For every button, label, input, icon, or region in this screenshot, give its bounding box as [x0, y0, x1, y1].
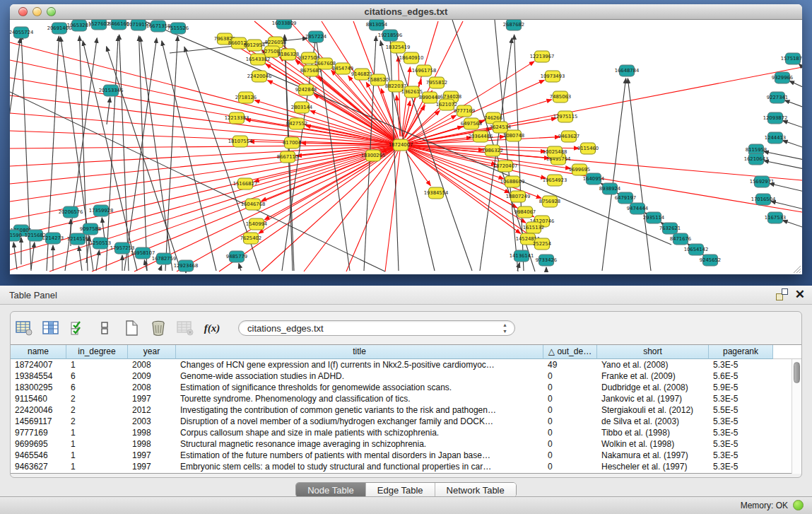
delete-table-icon[interactable] [176, 319, 194, 337]
network-node-label: 22420046 [247, 74, 272, 79]
network-edge [782, 221, 802, 228]
network-window: citations_edges.txt 18724007796382286601… [10, 4, 802, 274]
cell-year: 2009 [128, 370, 176, 382]
network-node-label: 12213967 [530, 54, 555, 59]
network-node-label: 12213383 [225, 115, 249, 121]
network-node-label: 9474444 [627, 206, 648, 211]
cell-name: 18724007 [11, 359, 66, 370]
delete-trash-icon[interactable] [149, 319, 167, 337]
cell-name: 9465546 [11, 450, 66, 461]
tab-network-table[interactable]: Network Table [435, 483, 516, 497]
window-title: citations_edges.txt [10, 6, 802, 17]
network-edge [31, 243, 35, 269]
cell-name: 22420046 [11, 404, 66, 416]
cell-pagerank: 5.3E-5 [709, 438, 773, 450]
network-edge [628, 78, 651, 271]
network-node-label: 7625402 [240, 235, 261, 241]
tab-edge-table[interactable]: Edge Table [366, 483, 435, 497]
table-row[interactable]: 946554611997Estimation of the future num… [11, 450, 792, 461]
column-header-short[interactable]: short [597, 345, 709, 359]
column-header-name[interactable]: name [11, 345, 66, 359]
table-row[interactable]: 1938455462009Genome-wide association stu… [11, 370, 792, 382]
network-node-label: 1621072 [436, 102, 457, 107]
column-header-title[interactable]: title [176, 345, 543, 359]
new-document-icon[interactable] [122, 319, 141, 337]
table-row[interactable]: 1456911722003Disruption of a novel membe… [11, 416, 792, 427]
network-graph[interactable]: 1872400779638228660128891295482260589275… [10, 20, 802, 274]
network-node-label: 8912954 [244, 42, 265, 48]
network-node-label: 17359928 [89, 208, 114, 214]
network-node-label: 17016504 [751, 197, 776, 202]
scrollbar-thumb[interactable] [794, 362, 800, 383]
function-builder-icon[interactable]: f(x) [203, 319, 221, 337]
cell-short: Wolkin et al. (1998) [597, 438, 709, 450]
table-settings-icon[interactable] [15, 319, 33, 337]
table-row[interactable]: 969969511998Structural magnetic resonanc… [11, 438, 792, 450]
cell-short: Stergiakouli et al. (2012) [597, 404, 709, 416]
network-node-label: 2718126 [235, 95, 257, 100]
network-node-label: 1640954 [583, 176, 604, 182]
network-node-label: 8115958 [746, 147, 767, 153]
memory-status-label: Memory: OK [741, 501, 788, 510]
column-header-pagerank[interactable]: pagerank [709, 345, 773, 359]
table-row[interactable]: 911546021997Tourette syndrome. Phenomeno… [11, 393, 792, 404]
network-edge [782, 141, 802, 148]
network-node-label: 2935114 [643, 215, 664, 221]
table-vertical-scrollbar[interactable] [792, 359, 801, 474]
network-node-label: 10688609 [500, 179, 525, 185]
network-canvas[interactable]: 1872400779638228660128891295482260589275… [10, 20, 802, 274]
table-row[interactable]: 2242004622012Investigating the contribut… [11, 404, 792, 416]
network-node-label: 1362615 [401, 89, 423, 95]
network-edge [78, 246, 82, 271]
select-columns-icon[interactable] [42, 319, 60, 337]
network-edge [10, 78, 401, 145]
column-header-in_degree[interactable]: in_degree [66, 345, 128, 359]
network-node-label: 18107554 [228, 139, 253, 144]
column-header-out_degree[interactable]: △ out_de… [543, 345, 597, 359]
table-row[interactable]: 1830029562008Estimation of significance … [11, 382, 792, 393]
cell-title: Changes of HCN gene expression and I(f) … [176, 359, 543, 370]
cell-pagerank: 5.3E-5 [709, 393, 773, 404]
cell-year: 1997 [128, 461, 176, 472]
select-all-columns-icon[interactable] [69, 319, 87, 337]
float-panel-icon[interactable] [776, 288, 788, 300]
network-node-label: 9699695 [569, 167, 590, 173]
window-titlebar[interactable]: citations_edges.txt [10, 4, 802, 20]
network-edge [139, 36, 147, 271]
cell-short: Hescheler et al. (1997) [597, 461, 709, 472]
network-node-label: 18325419 [386, 45, 411, 50]
network-node-label: 10973493 [541, 74, 565, 79]
column-header-year[interactable]: year [128, 345, 176, 359]
network-node-label: 16958107 [131, 250, 155, 256]
table-row[interactable]: 946362711997Embryonic stem cells: a mode… [11, 461, 792, 472]
cell-in_degree: 6 [66, 382, 128, 393]
cell-name: 19384554 [11, 370, 66, 382]
cell-out_degree: 49 [543, 359, 597, 370]
network-node-label: 15751874 [781, 56, 802, 62]
network-node-label: 14136141 [510, 253, 534, 259]
table-row[interactable]: 1872400712008Changes of HCN gene express… [11, 359, 792, 370]
table-row[interactable]: 977716911998Corpus callosum shape and si… [11, 427, 792, 438]
network-node-label: 8667110 [277, 154, 298, 160]
network-node-label: 18640910 [399, 55, 424, 61]
cell-out_degree: 0 [543, 450, 597, 461]
cell-name: 9777169 [11, 427, 66, 438]
network-node-label: 7955812 [426, 80, 447, 86]
network-node-label: 9485779 [226, 254, 247, 259]
resize-grip[interactable] [792, 264, 801, 274]
table-selector-dropdown[interactable]: citations_edges.txt ▲▼ [238, 320, 515, 336]
network-node-label: 6734028 [440, 94, 461, 100]
network-edge [314, 95, 393, 141]
network-node-label: 2803144 [291, 105, 312, 110]
cell-name: 9699695 [11, 438, 66, 450]
cell-in_degree: 2 [66, 404, 128, 416]
cell-year: 1997 [128, 450, 176, 461]
network-view-region: citations_edges.txt 18724007796382286601… [0, 0, 812, 286]
cell-name: 9463627 [11, 461, 66, 472]
cell-short: de Silva et al. (2003) [597, 416, 709, 427]
network-node-label: 12923468 [174, 263, 199, 269]
close-panel-icon[interactable]: ✕ [795, 288, 805, 300]
memory-status-indicator[interactable] [793, 500, 804, 510]
tab-node-table[interactable]: Node Table [296, 483, 366, 497]
row-height-icon[interactable] [95, 319, 114, 337]
